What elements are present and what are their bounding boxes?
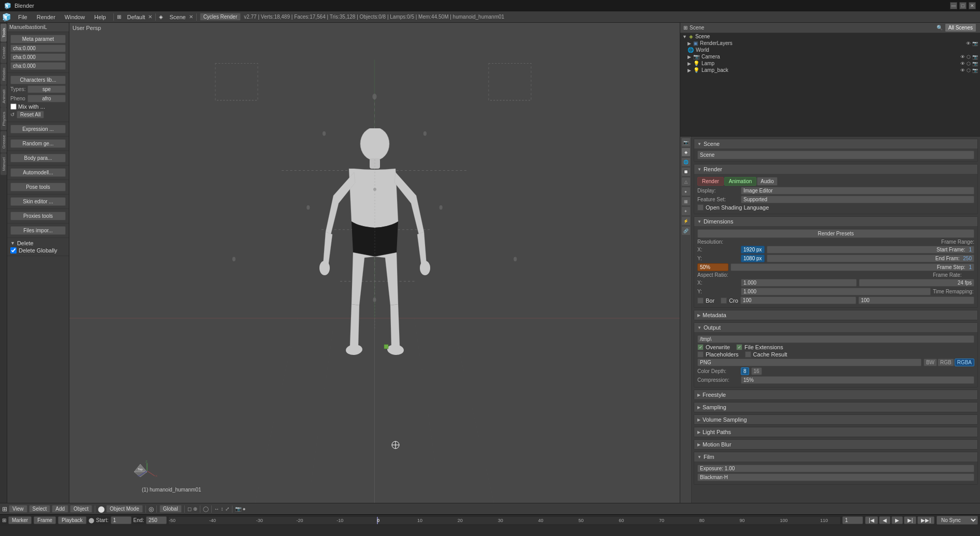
y-res-field[interactable]: 1080 px [741,255,765,262]
lamp-back-sel-icon[interactable]: ⬡ [967,68,971,73]
motion-blur-header[interactable]: ▶ Motion Blur [694,440,977,449]
menu-render[interactable]: Render [33,13,60,21]
render-engine-selector[interactable]: Cycles Render [200,13,241,21]
camera-sel-icon[interactable]: ⬡ [967,54,971,59]
all-scenes-btn[interactable]: All Scenes [945,23,976,32]
lamp-back-vis-icon[interactable]: 👁 [960,68,965,73]
prop-tab-scene[interactable]: ◈ [681,147,691,157]
delete-globally-checkbox[interactable] [10,247,17,254]
viewport-3d[interactable]: User Persp [69,23,680,503]
types-selector[interactable]: spe [27,85,66,93]
time-old-field[interactable]: 100 [740,296,856,304]
start-frame-input[interactable] [111,516,131,524]
prop-tab-world[interactable]: 🌐 [681,157,691,167]
object-mode-btn[interactable]: Object Mode [106,505,143,513]
files-impor-btn[interactable]: Files impor... [10,226,66,235]
vtab-relations[interactable]: Relatio [1,64,7,85]
file-ext-checkbox[interactable]: ✓ [736,344,742,350]
timeline-marker-btn[interactable]: Marker [8,516,32,524]
overwrite-checkbox[interactable]: ✓ [697,344,704,350]
prop-tab-texture[interactable]: ▦ [681,197,691,206]
lamp-sel-icon[interactable]: ⬡ [967,61,971,66]
body-para-btn[interactable]: Body para... [10,154,66,162]
exposure-field[interactable]: Exposure: 1.00 [697,465,974,472]
timeline-playback-btn[interactable]: Playback [58,516,86,524]
end-frame-input[interactable] [146,516,167,524]
expression-btn[interactable]: Expression ... [10,125,66,133]
next-frame-btn[interactable]: ▶| [904,516,917,524]
sampling-header[interactable]: ▶ Sampling [694,403,977,412]
camera-render-icon[interactable]: 📷 [972,54,978,59]
format-field[interactable]: PNG [697,359,922,366]
characters-lib-btn[interactable]: Characters lib... [10,76,66,84]
vtab-manuelbastioni[interactable]: Manuel [1,153,7,175]
color-depth-16-btn[interactable]: 16 [751,367,762,375]
menu-file[interactable]: File [14,13,32,21]
render-section-header[interactable]: ▼ Render [694,165,977,174]
x-res-field[interactable]: 1920 px [741,246,765,254]
prop-tab-particles[interactable]: ✦ [681,206,691,216]
outliner-row-lamp-back[interactable]: ▶ 💡 Lamp_back 👁 ⬡ 📷 [680,67,980,73]
feature-set-field[interactable]: Supported [741,196,974,203]
proxies-tools-btn[interactable]: Proxies tools [10,212,66,220]
display-field[interactable]: Image Editor [741,187,974,195]
time-new-field[interactable]: 100 [858,296,974,304]
jump-start-btn[interactable]: |◀ [865,516,878,524]
play-btn[interactable]: ▶ [891,516,903,524]
prop-tab-material[interactable]: ● [681,187,691,196]
percent-field[interactable]: 50% [697,263,728,271]
animation-btn[interactable]: Animation [724,177,756,186]
vtab-physics[interactable]: Physics [1,108,7,130]
bw-btn[interactable]: BW [924,359,937,366]
prop-tab-physics[interactable]: ⚡ [681,216,691,226]
aspect-x-field[interactable]: 1.000 [741,279,857,287]
scene-section-header[interactable]: ▼ Scene [694,139,977,148]
mix-with-checkbox[interactable] [10,103,17,110]
metadata-header[interactable]: ▶ Metadata [694,310,977,320]
filter-field[interactable]: Blackman·H [697,473,974,481]
volume-sampling-header[interactable]: ▶ Volume Sampling [694,415,977,424]
bor-checkbox[interactable] [697,297,704,304]
pose-tools-btn[interactable]: Pose tools [10,183,66,191]
prev-frame-btn[interactable]: ◀ [879,516,890,524]
cache-checkbox[interactable] [745,351,751,358]
layout-selector[interactable]: Default [123,13,150,21]
renderlayers-vis-icon[interactable]: 👁 [966,41,971,46]
skin-editor-btn[interactable]: Skin editor ... [10,197,66,206]
freestyle-header[interactable]: ▶ Freestyle [694,390,977,399]
output-path-field[interactable] [697,335,974,343]
pheno-selector[interactable]: afro [27,95,66,102]
render-btn[interactable]: Render [697,177,724,186]
prop-tab-mesh[interactable]: △ [681,177,691,186]
rgb-btn[interactable]: RGB [938,359,954,366]
object-btn[interactable]: Object [70,505,92,513]
view-btn[interactable]: View [9,505,27,513]
vtab-tools[interactable]: Tools [1,24,7,42]
search-btn[interactable]: 🔍 [937,25,943,31]
cro-checkbox[interactable] [721,297,727,304]
outliner-row-camera[interactable]: ▶ 📷 Camera 👁 ⬡ 📷 [680,53,980,60]
end-frame-field[interactable]: End Fram: 250 [767,255,974,262]
random-ge-btn[interactable]: Random ge... [10,139,66,148]
render-presets-btn[interactable]: Render Presets [697,229,974,238]
timeline-frame-btn[interactable]: Frame [34,516,56,524]
output-header[interactable]: ▼ Output [694,323,977,332]
lamp-render-icon[interactable]: 📷 [972,61,978,66]
prop-tab-object[interactable]: 🔲 [681,167,691,176]
jump-end-btn[interactable]: ▶▶| [917,516,934,524]
select-btn[interactable]: Select [29,505,51,513]
reset-all-btn[interactable]: Reset All [17,111,44,118]
color-depth-8-btn[interactable]: 8 [741,367,749,375]
prop-tab-render[interactable]: 📷 [681,138,691,147]
close-button[interactable]: ✕ [969,2,976,9]
scene-selector[interactable]: Scene [165,13,189,21]
camera-vis-icon[interactable]: 👁 [960,54,965,59]
renderlayers-render-icon[interactable]: 📷 [972,41,978,46]
cha-input-2[interactable] [10,53,66,61]
current-frame-input[interactable] [842,516,863,524]
prop-tab-constraints[interactable]: 🔗 [681,226,691,235]
osl-checkbox[interactable] [697,204,704,211]
outliner-row-world[interactable]: 🌐 World [680,47,980,53]
vtab-animation[interactable]: Animati [1,85,7,108]
start-frame-field[interactable]: Start Frame: 1 [767,246,974,254]
